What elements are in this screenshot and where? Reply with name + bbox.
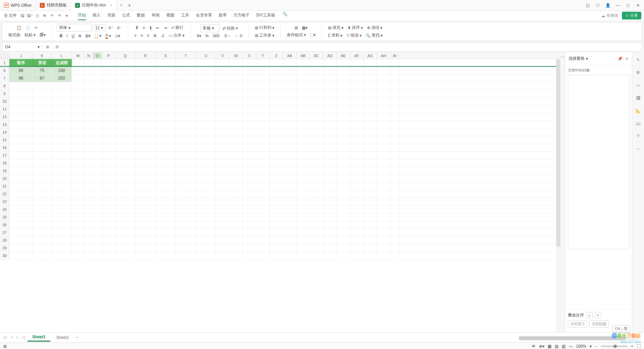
cell-AH23[interactable] (377, 198, 390, 205)
cell-AG11[interactable] (364, 105, 377, 113)
table-style-icon[interactable]: ⊞ (293, 25, 299, 31)
cell-X22[interactable] (243, 190, 256, 198)
cell-L11[interactable] (52, 105, 72, 113)
cell-Q14[interactable] (115, 129, 136, 136)
col-header-S[interactable]: S (156, 52, 176, 59)
cell-O19[interactable] (93, 167, 102, 174)
cell-M18[interactable] (72, 159, 85, 167)
sheet-last-icon[interactable]: >| (21, 335, 26, 340)
cell-W8[interactable] (229, 82, 243, 90)
cell-AE21[interactable] (337, 183, 350, 190)
cell-V8[interactable] (216, 82, 229, 90)
col-header-AG[interactable]: AG (364, 52, 377, 59)
cell-S17[interactable] (156, 152, 176, 159)
qat-dropdown-icon[interactable]: ▾ (64, 13, 70, 19)
clipboard-dropdown[interactable]: 🗐▾ (38, 32, 47, 38)
cell-AI21[interactable] (390, 183, 399, 190)
cell-R11[interactable] (136, 105, 156, 113)
cell-Z17[interactable] (270, 152, 283, 159)
cell-Y8[interactable] (256, 82, 270, 90)
cell-AE6[interactable] (337, 67, 350, 74)
cell-N17[interactable] (85, 152, 93, 159)
indent-inc-icon[interactable]: ⇥ (162, 25, 168, 31)
cell-AI10[interactable] (390, 98, 399, 105)
cell-W24[interactable] (229, 206, 243, 213)
bold-icon[interactable]: B (58, 33, 64, 39)
cell-AE27[interactable] (337, 229, 350, 236)
cell-T22[interactable] (176, 190, 196, 198)
cell-AA12[interactable] (283, 113, 297, 120)
find-button[interactable]: 🔍查找▾ (364, 32, 384, 39)
cell-L13[interactable] (52, 121, 72, 128)
cell-N19[interactable] (85, 167, 93, 174)
cell-AD12[interactable] (323, 113, 337, 120)
cell-U20[interactable] (196, 175, 216, 182)
cell-Q6[interactable] (115, 67, 136, 74)
cell-Y9[interactable] (256, 90, 270, 97)
show-all-button[interactable]: 全部显示 (568, 320, 587, 328)
cell-AF23[interactable] (350, 198, 364, 205)
cell-N15[interactable] (85, 136, 93, 144)
cell-AF14[interactable] (350, 129, 364, 136)
tab-templates[interactable]: D 找稻壳模板 (36, 0, 71, 11)
cell-AD20[interactable] (323, 175, 337, 182)
cell-M30[interactable] (72, 252, 85, 259)
cell-V12[interactable] (216, 113, 229, 120)
cell-AF24[interactable] (350, 206, 364, 213)
cell-AH18[interactable] (377, 159, 390, 167)
cell-AC20[interactable] (310, 175, 323, 182)
cell-S11[interactable] (156, 105, 176, 113)
cell-P13[interactable] (102, 121, 115, 128)
cell-J20[interactable] (9, 175, 33, 182)
row-header-8[interactable]: 8 (0, 82, 9, 90)
cell-L12[interactable] (52, 113, 72, 120)
cell-AA22[interactable] (283, 190, 297, 198)
cell-V30[interactable] (216, 252, 229, 259)
cell-X28[interactable] (243, 237, 256, 244)
cell-P11[interactable] (102, 105, 115, 113)
cell-Q13[interactable] (115, 121, 136, 128)
cell-N25[interactable] (85, 213, 93, 221)
cell-X13[interactable] (243, 121, 256, 128)
cell-V6[interactable] (216, 67, 229, 74)
cell-AI29[interactable] (390, 244, 399, 252)
cell-U28[interactable] (196, 237, 216, 244)
cell-J18[interactable] (9, 159, 33, 167)
cell-AB11[interactable] (297, 105, 310, 113)
save-icon[interactable]: 🖫 (19, 13, 25, 19)
cell-M29[interactable] (72, 244, 85, 252)
cell-L9[interactable] (52, 90, 72, 97)
cell-AE10[interactable] (337, 98, 350, 105)
cell-P14[interactable] (102, 129, 115, 136)
cell-AA29[interactable] (283, 244, 297, 252)
cell-N29[interactable] (85, 244, 93, 252)
col-header-AC[interactable]: AC (310, 52, 323, 59)
font-size-combo[interactable]: 11▾ (93, 24, 106, 31)
cell-R15[interactable] (136, 136, 156, 144)
cell-AI17[interactable] (390, 152, 399, 159)
cell-K21[interactable] (33, 183, 52, 190)
row-header-12[interactable]: 12 (0, 113, 9, 120)
col-header-M[interactable]: M (72, 52, 85, 59)
sheet-first-icon[interactable]: |< (3, 335, 8, 340)
cell-V26[interactable] (216, 221, 229, 229)
cell-M17[interactable] (72, 152, 85, 159)
cell-R20[interactable] (136, 175, 156, 182)
cell-J29[interactable] (9, 244, 33, 252)
cell-R30[interactable] (136, 252, 156, 259)
strike-icon[interactable]: A̶ (77, 33, 83, 39)
cell-Y28[interactable] (256, 237, 270, 244)
cell-Z21[interactable] (270, 183, 283, 190)
cell-S13[interactable] (156, 121, 176, 128)
zoom-value[interactable]: 100% (576, 344, 586, 349)
cell-AF13[interactable] (350, 121, 364, 128)
cell-AD10[interactable] (323, 98, 337, 105)
cell-AC30[interactable] (310, 252, 323, 259)
fill-button[interactable]: ⊞填充▾ (327, 24, 345, 31)
cell-AA27[interactable] (283, 229, 297, 236)
cell-Y27[interactable] (256, 229, 270, 236)
cell-AA13[interactable] (283, 121, 297, 128)
cell-Z30[interactable] (270, 252, 283, 259)
cell-L21[interactable] (52, 183, 72, 190)
pip-icon[interactable]: ◫ (585, 3, 590, 8)
